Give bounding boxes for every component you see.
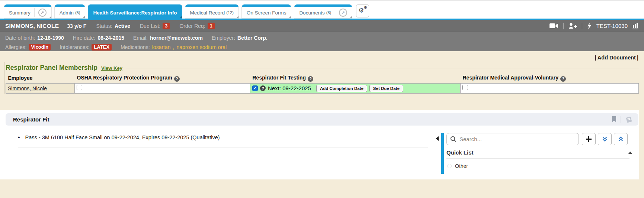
alerts-row: Allergies: Vicodin Intolerances: LATEX M… bbox=[5, 42, 639, 52]
help-icon[interactable] bbox=[260, 85, 266, 91]
medical-approval-checkbox[interactable] bbox=[462, 85, 468, 90]
fit-result-text: Pass - 3M 6100 Half Face Small on 09-22-… bbox=[25, 134, 220, 140]
employer-label: Employer: bbox=[212, 35, 235, 41]
tab-documents-count: (8) bbox=[326, 10, 331, 15]
quick-list-collapse-triangle-icon[interactable] bbox=[628, 152, 632, 154]
quick-list-title[interactable]: Quick List bbox=[446, 149, 474, 156]
column-header-employee: Employee bbox=[6, 74, 75, 83]
quick-list-divider bbox=[446, 159, 629, 159]
add-document-row: |Add Document| bbox=[0, 51, 644, 61]
collapse-all-button[interactable] bbox=[614, 133, 628, 145]
lightning-bolt-icon[interactable] bbox=[587, 23, 592, 29]
table-header-row: Employee OSHA Respiratory Protection Pro… bbox=[6, 74, 639, 83]
intolerances-label: Intolerances: bbox=[60, 44, 89, 50]
tab-bar: Summary ↗ Admin (5) Health Surveillance:… bbox=[0, 0, 644, 19]
expand-all-button[interactable] bbox=[598, 133, 612, 145]
allergies-label: Allergies: bbox=[5, 44, 27, 50]
help-icon[interactable] bbox=[560, 76, 566, 82]
osha-checkbox[interactable] bbox=[77, 85, 82, 90]
video-camera-icon[interactable] bbox=[550, 23, 558, 29]
gear-icon: ⚙ bbox=[363, 6, 367, 10]
dob-label: Date of birth: bbox=[5, 35, 35, 41]
bar-chart-icon[interactable] bbox=[632, 23, 639, 29]
gear-icon: ⚙ bbox=[358, 7, 364, 14]
search-input[interactable] bbox=[446, 133, 579, 145]
fit-testing-checkbox[interactable] bbox=[252, 85, 258, 91]
tab-summary-label: Summary bbox=[9, 10, 31, 16]
osha-cell bbox=[75, 83, 250, 93]
demographics-row: Date of birth: 12-18-1990 Hire date: 08-… bbox=[5, 33, 639, 42]
divider bbox=[582, 23, 582, 29]
patient-banner-primary: SIMMONS, NICOLE 33 y/o F Status: Active … bbox=[0, 20, 644, 32]
divider bbox=[563, 23, 564, 29]
respirator-fit-panel: Respirator Fit • Pass - 3M 6100 Half Fac… bbox=[0, 110, 639, 179]
employee-link[interactable]: Simmons, Nicole bbox=[8, 85, 47, 91]
add-person-icon[interactable] bbox=[568, 23, 577, 29]
settings-gear-button[interactable]: ⚙ ⚙ bbox=[356, 4, 369, 17]
help-icon[interactable] bbox=[174, 76, 180, 82]
tab-summary[interactable]: Summary ↗ bbox=[4, 4, 52, 19]
membership-title: Respirator Panel Membership bbox=[6, 64, 97, 72]
set-due-date-button[interactable]: Set Due Date bbox=[369, 85, 403, 92]
status-label: Status: bbox=[96, 23, 112, 29]
tab-divider bbox=[335, 8, 335, 17]
employer-value: Better Corp. bbox=[237, 35, 267, 41]
status-value: Active bbox=[115, 23, 130, 29]
popout-arrow-icon[interactable]: ↗ bbox=[339, 9, 347, 17]
double-chevron-up-icon bbox=[618, 136, 624, 142]
column-header-fit-testing: Respirator Fit Testing bbox=[250, 74, 461, 83]
table-row: Simmons, Nicole Next: 09-22-2025 Ad bbox=[6, 83, 639, 93]
order-req-count-badge[interactable]: 1 bbox=[208, 23, 215, 29]
add-completion-date-button[interactable]: Add Completion Date bbox=[316, 85, 367, 92]
quick-list-item-other[interactable]: Other bbox=[447, 163, 468, 169]
main-content: |Add Document| Respirator Panel Membersh… bbox=[0, 51, 644, 198]
tab-on-screen-forms[interactable]: On Screen Forms bbox=[241, 4, 292, 19]
tab-health-surveillance-label: Health Surveillance:Respirator Info bbox=[93, 10, 177, 16]
tab-medical-record[interactable]: Medical Record (12) bbox=[185, 4, 239, 19]
respirator-fit-title: Respirator Fit bbox=[13, 116, 49, 123]
due-list-label: Due List: bbox=[140, 23, 160, 29]
heading-rule bbox=[126, 68, 639, 68]
tab-medical-record-label: Medical Record bbox=[190, 10, 225, 16]
plus-icon bbox=[586, 136, 592, 142]
entry-divider bbox=[18, 147, 428, 147]
membership-table: Employee OSHA Respiratory Protection Pro… bbox=[6, 74, 639, 94]
quick-list-item-label: Other bbox=[455, 163, 468, 169]
tab-on-screen-forms-label: On Screen Forms bbox=[247, 10, 286, 16]
hire-date-value: 08-24-2015 bbox=[97, 35, 124, 41]
membership-heading: Respirator Panel Membership View Key bbox=[6, 62, 639, 72]
add-document-link[interactable]: Add Document bbox=[596, 55, 637, 61]
medication-link[interactable]: naproxen sodium oral bbox=[176, 44, 227, 50]
chart-id: TEST-10030 bbox=[596, 23, 628, 29]
bookmark-icon[interactable] bbox=[612, 116, 616, 123]
tab-health-surveillance[interactable]: Health Surveillance:Respirator Info bbox=[88, 4, 182, 19]
hire-date-label: Hire date: bbox=[73, 35, 96, 41]
medication-link[interactable]: losartan bbox=[152, 44, 171, 50]
popout-arrow-icon[interactable]: ↗ bbox=[38, 9, 47, 17]
order-req-label: Order Req: bbox=[179, 23, 205, 29]
view-key-link[interactable]: View Key bbox=[101, 65, 122, 71]
intolerance-badge: LATEX bbox=[92, 44, 112, 51]
tab-admin[interactable]: Admin (5) bbox=[54, 4, 86, 19]
fit-result-entry: • Pass - 3M 6100 Half Face Small on 09-2… bbox=[18, 134, 220, 140]
medication-separator: , bbox=[173, 44, 174, 50]
quick-list-bottom-divider bbox=[446, 174, 629, 174]
journal-book-icon[interactable] bbox=[625, 116, 633, 123]
help-icon[interactable] bbox=[308, 76, 313, 82]
search-icon bbox=[450, 136, 456, 142]
tab-documents[interactable]: Documents (8) ↗ bbox=[294, 4, 352, 19]
column-header-medical-approval: Respirator Medical Approval-Voluntary bbox=[461, 74, 639, 83]
medications-label: Medications: bbox=[121, 44, 150, 50]
tab-documents-label: Documents bbox=[299, 10, 324, 16]
respirator-panel-membership-section: Respirator Panel Membership View Key Emp… bbox=[4, 62, 639, 94]
tab-divider bbox=[34, 8, 35, 17]
double-chevron-down-icon bbox=[602, 136, 608, 142]
collapse-panel-arrow[interactable] bbox=[436, 136, 439, 141]
patient-age-sex: 33 y/o F bbox=[67, 23, 86, 29]
add-entry-button[interactable] bbox=[582, 133, 596, 145]
divider bbox=[621, 116, 621, 123]
allergy-badge: Vicodin bbox=[29, 44, 51, 51]
due-list-count-badge[interactable]: 3 bbox=[163, 23, 170, 29]
column-header-osha: OSHA Respiratory Protection Program bbox=[75, 74, 250, 83]
next-due-text: Next: 09-22-2025 bbox=[268, 85, 311, 91]
